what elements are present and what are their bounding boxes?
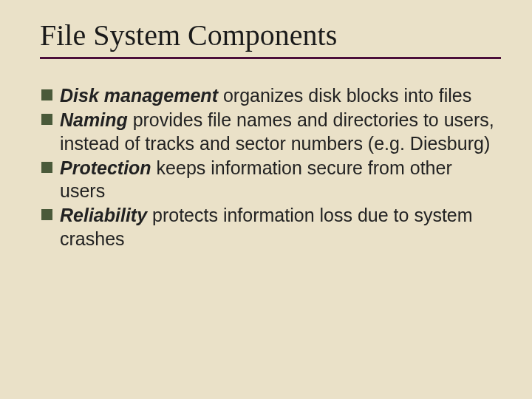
list-item: Naming provides file names and directori… (41, 109, 497, 155)
slide-body: Disk management organizes disk blocks in… (35, 84, 497, 250)
bullet-text: Reliability protects information loss du… (60, 204, 497, 250)
slide: File System Components Disk management o… (0, 0, 532, 399)
bullet-square-icon (41, 209, 52, 220)
list-item: Disk management organizes disk blocks in… (41, 84, 497, 107)
bullet-text: Naming provides file names and directori… (60, 109, 497, 155)
list-item: Protection keeps information secure from… (41, 157, 497, 203)
slide-title: File System Components (35, 18, 497, 52)
bullet-text: Protection keeps information secure from… (60, 157, 497, 203)
bullet-square-icon (41, 89, 52, 100)
title-underline (40, 57, 501, 59)
bullet-text: Disk management organizes disk blocks in… (60, 84, 497, 107)
bullet-square-icon (41, 162, 52, 173)
bullet-term: Naming (60, 109, 128, 130)
bullet-term: Disk management (60, 85, 218, 106)
bullet-term: Reliability (60, 205, 147, 225)
bullet-term: Protection (60, 157, 151, 178)
bullet-square-icon (41, 114, 52, 125)
list-item: Reliability protects information loss du… (41, 204, 497, 250)
bullet-rest: organizes disk blocks into files (218, 85, 471, 106)
